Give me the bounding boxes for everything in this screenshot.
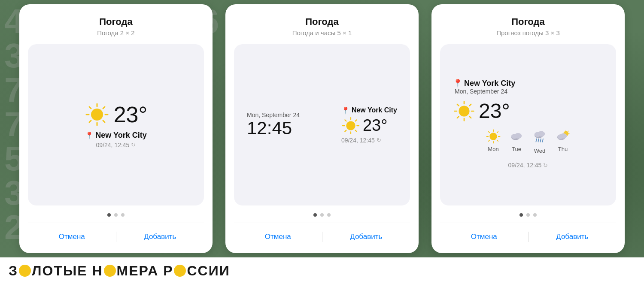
temperature-5x1: 23° bbox=[363, 116, 387, 135]
panel-3: Погода Прогноз погоды 3 × 3 📍 New York C… bbox=[431, 4, 625, 253]
panel-2-widget: Mon, September 24 12:45 📍 New York City bbox=[234, 44, 410, 205]
mon-icon bbox=[486, 129, 501, 144]
temp-row-3x3: 23° bbox=[453, 99, 510, 123]
dot-2-1 bbox=[313, 213, 317, 217]
add-button-1[interactable]: Добавить bbox=[116, 229, 204, 245]
svg-line-16 bbox=[355, 120, 357, 121]
svg-line-24 bbox=[470, 116, 471, 118]
cancel-button-3[interactable]: Отмена bbox=[440, 229, 528, 245]
widget-5x1: Mon, September 24 12:45 📍 New York City bbox=[243, 102, 401, 148]
svg-point-52 bbox=[557, 134, 563, 139]
svg-line-48 bbox=[568, 131, 568, 132]
panels-container: Погода Погода 2 × 2 bbox=[0, 4, 644, 253]
dot-3-1 bbox=[519, 213, 523, 217]
city-top-3x3: 📍 New York City bbox=[453, 79, 515, 88]
refresh-icon-3x3: ↻ bbox=[543, 162, 548, 169]
panel-2: Погода Погода и часы 5 × 1 Mon, Septembe… bbox=[225, 4, 419, 253]
banner-circle-2 bbox=[104, 265, 116, 277]
dot-2-2 bbox=[320, 213, 324, 217]
panel-3-subtitle: Прогноз погоды 3 × 3 bbox=[496, 29, 560, 36]
forecast-wed: Wed bbox=[532, 129, 547, 154]
widget-5x1-left: Mon, September 24 12:45 bbox=[247, 112, 300, 138]
forecast-label-mon: Mon bbox=[488, 146, 498, 152]
widget-2x2: 23° 📍 New York City 09/24, 12:45 ↻ bbox=[36, 102, 195, 148]
refresh-icon-2x2: ↻ bbox=[131, 142, 136, 148]
svg-line-17 bbox=[345, 130, 346, 131]
bottom-banner: ЗЛОТЫЕ НМЕРА РССИИ bbox=[0, 257, 644, 284]
temp-row-5x1: 23° bbox=[341, 116, 387, 135]
svg-line-5 bbox=[89, 107, 91, 109]
panel-2-title: Погода bbox=[305, 16, 338, 27]
svg-point-38 bbox=[511, 134, 517, 139]
dot-2-3 bbox=[327, 213, 331, 217]
panel-3-widget: 📍 New York City Mon, September 24 bbox=[440, 44, 616, 205]
forecast-label-thu: Thu bbox=[558, 146, 568, 152]
banner-circle-1 bbox=[19, 265, 31, 277]
svg-line-32 bbox=[489, 132, 489, 133]
location-name-5x1: New York City bbox=[352, 106, 397, 114]
svg-point-18 bbox=[459, 106, 469, 116]
add-button-3[interactable]: Добавить bbox=[529, 229, 617, 245]
svg-line-44 bbox=[540, 139, 541, 142]
svg-line-8 bbox=[89, 121, 91, 122]
dots-row-2 bbox=[313, 213, 331, 217]
add-button-2[interactable]: Добавить bbox=[322, 229, 410, 245]
temperature-3x3: 23° bbox=[479, 99, 510, 123]
dot-3-3 bbox=[533, 213, 537, 217]
forecast-label-tue: Tue bbox=[512, 146, 521, 152]
datetime-5x1: 09/24, 12:45 ↻ bbox=[341, 137, 381, 144]
location-pin-3x3: 📍 bbox=[453, 79, 462, 88]
svg-line-26 bbox=[457, 116, 459, 118]
location-name-3x3: New York City bbox=[464, 79, 515, 88]
dots-row-1 bbox=[107, 213, 125, 217]
svg-line-6 bbox=[103, 121, 105, 122]
location-row-5x1: 📍 New York City bbox=[341, 106, 397, 115]
tue-icon bbox=[509, 129, 524, 144]
forecast-row: Mon Tue bbox=[486, 129, 571, 154]
location-pin-2x2: 📍 bbox=[85, 131, 94, 139]
date-label-5x1: Mon, September 24 bbox=[247, 112, 300, 118]
svg-line-42 bbox=[536, 139, 536, 142]
dot-1-1 bbox=[107, 213, 111, 217]
temp-row-2x2: 23° bbox=[85, 102, 148, 127]
panel-1-widget: 23° 📍 New York City 09/24, 12:45 ↻ bbox=[28, 44, 204, 205]
widget-3x3: 📍 New York City Mon, September 24 bbox=[449, 79, 608, 171]
refresh-icon-5x1: ↻ bbox=[377, 137, 381, 143]
thu-icon bbox=[555, 129, 571, 144]
panel-1: Погода Погода 2 × 2 bbox=[19, 4, 213, 253]
svg-line-14 bbox=[345, 120, 346, 121]
svg-line-15 bbox=[355, 130, 357, 131]
location-row-2x2: 📍 New York City bbox=[85, 131, 146, 140]
svg-line-43 bbox=[538, 139, 538, 142]
forecast-mon: Mon bbox=[486, 129, 501, 154]
svg-point-9 bbox=[346, 121, 355, 130]
dot-1-2 bbox=[114, 213, 118, 217]
time-large-5x1: 12:45 bbox=[247, 118, 300, 138]
forecast-thu: Thu bbox=[555, 129, 571, 154]
dot-1-3 bbox=[121, 213, 125, 217]
sun-icon-5x1 bbox=[341, 116, 360, 135]
panel-1-subtitle: Погода 2 × 2 bbox=[97, 29, 134, 36]
location-pin-5x1: 📍 bbox=[341, 106, 350, 115]
date-top-3x3: Mon, September 24 bbox=[455, 88, 507, 95]
panel-1-title: Погода bbox=[99, 16, 132, 27]
panel-3-title: Погода bbox=[511, 16, 544, 27]
svg-line-45 bbox=[542, 139, 543, 142]
panel-2-subtitle: Погода и часы 5 × 1 bbox=[292, 29, 352, 36]
wed-icon bbox=[532, 129, 547, 146]
forecast-label-wed: Wed bbox=[534, 148, 546, 154]
cancel-button-2[interactable]: Отмена bbox=[234, 229, 322, 245]
actions-row-3: Отмена Добавить bbox=[440, 223, 616, 245]
dots-row-3 bbox=[519, 213, 537, 217]
sun-icon-3x3 bbox=[453, 100, 475, 122]
svg-line-33 bbox=[497, 140, 498, 141]
svg-line-34 bbox=[497, 132, 498, 133]
cancel-button-1[interactable]: Отмена bbox=[28, 229, 116, 245]
svg-point-27 bbox=[489, 133, 497, 140]
datetime-3x3: 09/24, 12:45 ↻ bbox=[508, 162, 548, 169]
banner-text: ЗЛОТЫЕ НМЕРА РССИИ bbox=[9, 263, 230, 279]
sun-icon bbox=[85, 102, 109, 127]
actions-row-1: Отмена Добавить bbox=[28, 223, 204, 245]
svg-line-35 bbox=[489, 140, 489, 141]
dot-3-2 bbox=[526, 213, 530, 217]
